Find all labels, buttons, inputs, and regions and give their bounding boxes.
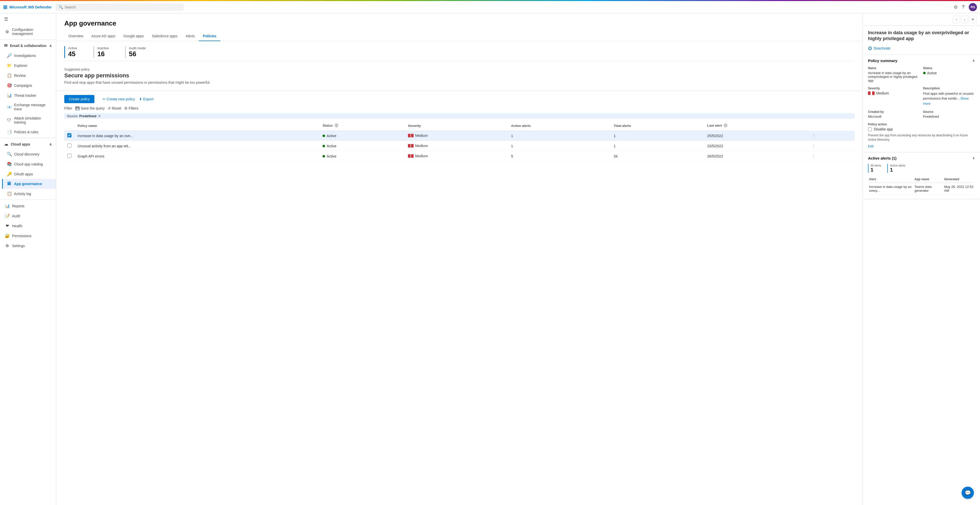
sidebar-item-attack-simulation[interactable]: 🛡 Attack simulation training (2, 114, 56, 127)
sidebar-item-exchange-message-trace[interactable]: 📧 Exchange message trace (2, 100, 56, 114)
policy-action-section: Policy action Disable app Prevent the ap… (868, 123, 975, 148)
sidebar-item-settings[interactable]: ⚙ Settings (0, 241, 56, 251)
remove-filter-icon[interactable]: ✕ (98, 114, 101, 118)
filter-chips: Source: Predefined ✕ (56, 112, 862, 121)
sidebar-item-config[interactable]: ⚙ Configuration management (0, 25, 56, 38)
sidebar-item-policies-rules[interactable]: 📑 Policies & rules (2, 127, 56, 137)
row-2-menu[interactable]: ⋮ (811, 143, 816, 149)
campaigns-icon: 🎯 (7, 83, 11, 88)
policy-name-header[interactable]: Policy name (75, 121, 320, 131)
explorer-label: Explorer (14, 64, 27, 68)
sev-bar-red-2 (411, 134, 414, 137)
created-by-field: Created by Microsoft (868, 110, 920, 118)
audit-label: Audit mode (129, 46, 146, 50)
sidebar-item-threat-tracker[interactable]: 📊 Threat tracker (2, 90, 56, 100)
active-alerts-count-value: 1 (890, 167, 905, 173)
disable-app-checkbox[interactable] (868, 127, 872, 131)
total-alerts-header[interactable]: Total alerts (611, 121, 704, 131)
table-row[interactable]: Graph API errors Active (64, 151, 854, 161)
suggested-policy: Suggested policy Secure app permissions … (56, 61, 862, 91)
generated-col-header: Generated (943, 176, 975, 183)
sidebar-item-campaigns[interactable]: 🎯 Campaigns (2, 80, 56, 90)
search-input[interactable] (65, 5, 181, 9)
sidebar-item-app-governance[interactable]: 🏛 App governance (2, 179, 56, 189)
sidebar-item-explorer[interactable]: 📁 Explorer (2, 61, 56, 70)
row-2-checkbox[interactable] (67, 143, 72, 148)
filters-action[interactable]: ⚙ Filters (124, 106, 138, 110)
tab-alerts[interactable]: Alerts (182, 32, 199, 41)
policy-summary-header[interactable]: Policy summary ∧ (863, 55, 980, 66)
row-1-checkbox[interactable] (67, 133, 72, 137)
investigations-icon: 🔎 (7, 53, 11, 58)
settings-icon[interactable]: ⚙ (954, 4, 958, 10)
export-action[interactable]: ⬇ Export (139, 97, 153, 101)
main-layout: ☰ ⚙ Configuration management ✉ Email & c… (0, 13, 980, 505)
tab-policies[interactable]: Policies (199, 32, 220, 41)
row-1-menu[interactable]: ⋮ (811, 132, 816, 139)
active-alerts-header[interactable]: Active alerts (508, 121, 611, 131)
table-row[interactable]: Unusual activity from an app wit... Acti… (64, 141, 854, 151)
tab-overview[interactable]: Overview (64, 32, 87, 41)
panel-close-button[interactable]: ✕ (969, 16, 977, 23)
inactive-value: 16 (97, 50, 109, 58)
sidebar-item-health[interactable]: ❤ Health (0, 221, 56, 231)
row-3-menu[interactable]: ⋮ (811, 153, 816, 159)
create-policy-button[interactable]: Create policy (64, 95, 94, 103)
sidebar-item-permissions[interactable]: 🔐 Permissions (0, 231, 56, 241)
active-alerts-header[interactable]: Active alerts (1) ∧ (863, 153, 980, 164)
exchange-icon: 📧 (7, 105, 11, 110)
alert-name-cell: Increase in data usage by an overp... (868, 183, 913, 194)
create-new-policy-action[interactable]: ✏ Create new policy (103, 97, 135, 101)
filter-label: Filter (64, 106, 72, 110)
deactivate-button[interactable]: ⏻ Deactivate (863, 44, 980, 55)
source-field: Source Predefined (923, 110, 975, 118)
description-field: Description Find apps with powerful or u… (923, 86, 975, 106)
sidebar-item-cloud-discovery[interactable]: 🔍 Cloud discovery (2, 149, 56, 159)
panel-prev-button[interactable]: ↑ (953, 16, 960, 23)
sidebar-item-oauth-apps[interactable]: 🔑 OAuth apps (2, 169, 56, 179)
sev-bar-red-5 (408, 154, 410, 158)
hamburger-menu[interactable]: ☰ (0, 13, 56, 25)
last-alert-header[interactable]: Last alert ⓘ (704, 121, 808, 131)
tab-salesforce-apps[interactable]: Salesforce apps (148, 32, 181, 41)
stat-audit: Audit mode 56 (125, 46, 154, 58)
sidebar-item-audit[interactable]: 📝 Audit (0, 211, 56, 221)
tab-google-apps[interactable]: Google apps (119, 32, 148, 41)
reset-action[interactable]: ↺ Reset (108, 106, 121, 110)
severity-header[interactable]: Severity (405, 121, 508, 131)
chat-button[interactable]: 💬 (962, 487, 974, 499)
disable-app-description: Prevent the app from accessing any resou… (868, 133, 975, 142)
suggested-label: Suggested policy (64, 67, 854, 71)
panel-next-button[interactable]: ↓ (961, 16, 968, 23)
sidebar-email-header[interactable]: ✉ Email & collaboration ∧ (0, 41, 56, 51)
sidebar-email-label: Email & collaboration (10, 44, 46, 48)
sidebar-item-investigations[interactable]: 🔎 Investigations (2, 51, 56, 61)
sidebar-item-activity-log[interactable]: 📋 Activity log (2, 189, 56, 199)
description-value: Find apps with powerful or unused permis… (923, 91, 975, 106)
edit-link[interactable]: Edit (868, 144, 873, 148)
exchange-label: Exchange message trace (14, 103, 52, 111)
sidebar-item-reports[interactable]: 📊 Reports (0, 201, 56, 211)
sidebar-cloud-apps-header[interactable]: ☁ Cloud apps ∧ (0, 139, 56, 149)
help-icon[interactable]: ? (962, 4, 965, 10)
severity-value: Medium (868, 91, 920, 95)
explorer-icon: 📁 (7, 63, 11, 68)
status-header[interactable]: Status ⓘ (320, 121, 405, 131)
search-bar[interactable]: 🔍 (56, 4, 183, 11)
alert-table-row[interactable]: Increase in data usage by an overp... Te… (868, 183, 975, 194)
tab-azure-ad-apps[interactable]: Azure AD apps (87, 32, 119, 41)
sidebar-item-cloud-app-catalog[interactable]: 📚 Cloud app catalog (2, 159, 56, 169)
review-icon: 📋 (7, 73, 11, 78)
severity-label: Severity (868, 86, 920, 90)
cloud-icon: ☁ (4, 142, 8, 147)
source-chip-label: Source: Predefined (67, 114, 97, 118)
sidebar-item-review[interactable]: 📋 Review (2, 70, 56, 80)
save-query-action[interactable]: 💾 Save the query (75, 106, 105, 110)
name-label: Name (868, 66, 920, 70)
audit-icon: 📝 (5, 213, 10, 218)
table-row[interactable]: Increase in data usage by an ove... Acti… (64, 131, 854, 141)
row-3-checkbox[interactable] (67, 154, 72, 158)
active-alerts-count-stat: Active alerts 1 (888, 164, 905, 173)
avatar[interactable]: RS (969, 3, 977, 11)
row-1-status: Active (323, 134, 336, 138)
